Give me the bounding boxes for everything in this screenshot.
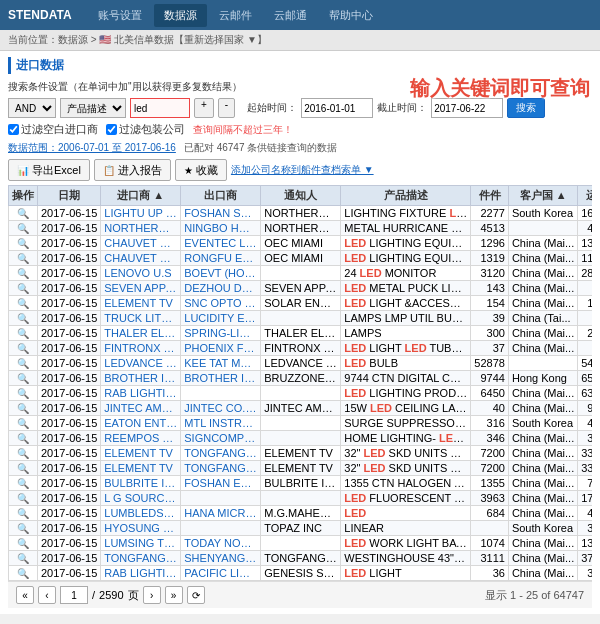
nav-account[interactable]: 账号设置 bbox=[88, 4, 152, 27]
prev-page-button[interactable]: ‹ bbox=[38, 586, 56, 604]
row-action[interactable]: 🔍 bbox=[9, 326, 38, 341]
refresh-button[interactable]: ⟳ bbox=[187, 586, 205, 604]
col-header-country[interactable]: 客户国 ▲ bbox=[508, 186, 577, 206]
row-action[interactable]: 🔍 bbox=[9, 476, 38, 491]
search-row-icon[interactable]: 🔍 bbox=[17, 538, 29, 549]
row-action[interactable]: 🔍 bbox=[9, 401, 38, 416]
condition-select[interactable]: 产品描述进口商出口商收货人 bbox=[60, 98, 126, 118]
search-row-icon[interactable]: 🔍 bbox=[17, 568, 29, 579]
row-exporter[interactable]: BROTHER INDUS... bbox=[181, 371, 261, 386]
search-row-icon[interactable]: 🔍 bbox=[17, 328, 29, 339]
row-importer[interactable]: TRUCK LITE COM... bbox=[101, 311, 181, 326]
row-importer[interactable]: THALER ELECTRIC bbox=[101, 326, 181, 341]
export-excel-button[interactable]: 📊 导出Excel bbox=[8, 159, 90, 181]
row-action[interactable]: 🔍 bbox=[9, 266, 38, 281]
search-row-icon[interactable]: 🔍 bbox=[17, 508, 29, 519]
row-importer[interactable]: JINTEC AMERICA... bbox=[101, 401, 181, 416]
row-exporter[interactable]: NINGBO HUAMA... bbox=[181, 221, 261, 236]
row-action[interactable]: 🔍 bbox=[9, 311, 38, 326]
search-row-icon[interactable]: 🔍 bbox=[17, 448, 29, 459]
row-exporter[interactable] bbox=[181, 521, 261, 536]
row-action[interactable]: 🔍 bbox=[9, 431, 38, 446]
row-importer[interactable]: ELEMENT TV bbox=[101, 446, 181, 461]
row-action[interactable]: 🔍 bbox=[9, 446, 38, 461]
search-row-icon[interactable]: 🔍 bbox=[17, 478, 29, 489]
row-action[interactable]: 🔍 bbox=[9, 281, 38, 296]
row-exporter[interactable]: FOSHAN SANSH... bbox=[181, 206, 261, 221]
row-exporter[interactable]: PACIFIC LINK IN... bbox=[181, 566, 261, 581]
row-exporter[interactable]: MTL INSTRUMEN... bbox=[181, 416, 261, 431]
search-row-icon[interactable]: 🔍 bbox=[17, 373, 29, 384]
row-importer[interactable]: LENOVO U.S bbox=[101, 266, 181, 281]
col-header-price[interactable]: 运费 bbox=[578, 186, 592, 206]
search-row-icon[interactable]: 🔍 bbox=[17, 268, 29, 279]
col-header-exporter[interactable]: 出口商 bbox=[181, 186, 261, 206]
row-action[interactable]: 🔍 bbox=[9, 506, 38, 521]
row-importer[interactable]: BROTHER INTER... bbox=[101, 371, 181, 386]
collect-button[interactable]: ★ 收藏 bbox=[175, 159, 227, 181]
search-row-icon[interactable]: 🔍 bbox=[17, 523, 29, 534]
row-exporter[interactable]: KEE TAT MANUF... bbox=[181, 356, 261, 371]
search-row-icon[interactable]: 🔍 bbox=[17, 343, 29, 354]
row-action[interactable]: 🔍 bbox=[9, 491, 38, 506]
row-importer[interactable]: ELEMENT TV bbox=[101, 296, 181, 311]
search-row-icon[interactable]: 🔍 bbox=[17, 223, 29, 234]
end-date-input[interactable] bbox=[431, 98, 503, 118]
keyword-input[interactable] bbox=[130, 98, 190, 118]
row-exporter[interactable]: PHOENIX FOREIG... bbox=[181, 341, 261, 356]
search-row-icon[interactable]: 🔍 bbox=[17, 553, 29, 564]
col-header-importer[interactable]: 进口商 ▲ bbox=[101, 186, 181, 206]
row-exporter[interactable]: DEZHOU DODO ... bbox=[181, 281, 261, 296]
row-exporter[interactable]: SHENYANG TON... bbox=[181, 551, 261, 566]
row-exporter[interactable]: HANA MICROELE... bbox=[181, 506, 261, 521]
row-action[interactable]: 🔍 bbox=[9, 341, 38, 356]
search-row-icon[interactable]: 🔍 bbox=[17, 403, 29, 414]
search-row-icon[interactable]: 🔍 bbox=[17, 283, 29, 294]
row-action[interactable]: 🔍 bbox=[9, 521, 38, 536]
row-exporter[interactable]: TODAY NORTH L... bbox=[181, 536, 261, 551]
search-row-icon[interactable]: 🔍 bbox=[17, 418, 29, 429]
row-exporter[interactable]: RONGFU ELECTR... bbox=[181, 251, 261, 266]
row-action[interactable]: 🔍 bbox=[9, 221, 38, 236]
row-exporter[interactable]: TONGFANG GLO... bbox=[181, 446, 261, 461]
row-exporter[interactable]: SNC OPTO ELEC... bbox=[181, 296, 261, 311]
row-importer[interactable]: BULBRITE INDUS... bbox=[101, 476, 181, 491]
row-exporter[interactable]: SIGNCOMPLX LTD bbox=[181, 431, 261, 446]
add-to-list-link[interactable]: 添加公司名称到船件查档索单 ▼ bbox=[231, 163, 374, 177]
row-exporter[interactable]: SPRING-LIGHTIN... bbox=[181, 326, 261, 341]
search-row-icon[interactable]: 🔍 bbox=[17, 313, 29, 324]
nav-datasource[interactable]: 数据源 bbox=[154, 4, 207, 27]
row-action[interactable]: 🔍 bbox=[9, 551, 38, 566]
row-importer[interactable]: LUMSING TECHN... bbox=[101, 536, 181, 551]
row-action[interactable]: 🔍 bbox=[9, 251, 38, 266]
row-importer[interactable]: EATON ENTERPR... bbox=[101, 416, 181, 431]
row-action[interactable]: 🔍 bbox=[9, 206, 38, 221]
search-row-icon[interactable]: 🔍 bbox=[17, 253, 29, 264]
col-header-qty[interactable]: 件件 bbox=[471, 186, 509, 206]
row-exporter[interactable]: FOSHAN ELECTR... bbox=[181, 476, 261, 491]
search-row-icon[interactable]: 🔍 bbox=[17, 463, 29, 474]
row-action[interactable]: 🔍 bbox=[9, 296, 38, 311]
row-action[interactable]: 🔍 bbox=[9, 356, 38, 371]
row-exporter[interactable]: LUCIDITY ENTER... bbox=[181, 311, 261, 326]
search-row-icon[interactable]: 🔍 bbox=[17, 388, 29, 399]
row-importer[interactable]: ELEMENT TV bbox=[101, 461, 181, 476]
search-row-icon[interactable]: 🔍 bbox=[17, 298, 29, 309]
row-exporter[interactable]: TONGFANG GLO... bbox=[181, 461, 261, 476]
row-exporter[interactable] bbox=[181, 386, 261, 401]
import-report-button[interactable]: 📋 进入报告 bbox=[94, 159, 171, 181]
search-row-icon[interactable]: 🔍 bbox=[17, 208, 29, 219]
start-date-input[interactable] bbox=[301, 98, 373, 118]
row-importer[interactable]: NORTHERN INTE... bbox=[101, 221, 181, 236]
row-importer[interactable]: LUMBLEDS LLC bbox=[101, 506, 181, 521]
row-importer[interactable]: SEVEN APPAREL bbox=[101, 281, 181, 296]
row-action[interactable]: 🔍 bbox=[9, 371, 38, 386]
last-page-button[interactable]: » bbox=[165, 586, 183, 604]
nav-cloud[interactable]: 云邮通 bbox=[264, 4, 317, 27]
nav-email[interactable]: 云邮件 bbox=[209, 4, 262, 27]
row-action[interactable]: 🔍 bbox=[9, 386, 38, 401]
data-range-link[interactable]: 数据范围：2006-07-01 至 2017-06-16 bbox=[8, 141, 176, 155]
row-importer[interactable]: RAB LIGHTING I... bbox=[101, 566, 181, 581]
cb-blank-importer[interactable]: 过滤空白进口商 bbox=[8, 122, 98, 137]
row-importer[interactable]: REEMPOS TESC... bbox=[101, 431, 181, 446]
